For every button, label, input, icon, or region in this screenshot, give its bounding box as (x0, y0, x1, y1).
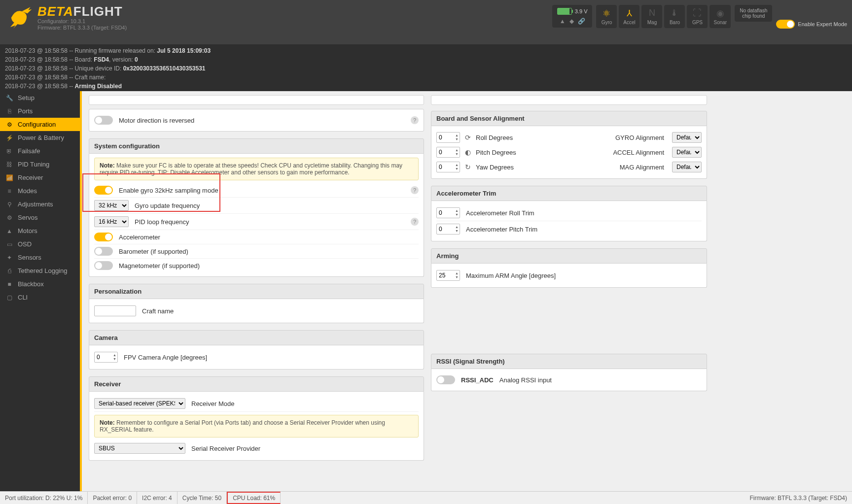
receiver-mode-select[interactable]: Serial-based receiver (SPEKSAT, SBUS, SU… (94, 398, 185, 409)
nav-power-battery[interactable]: ⚡Power & Battery (0, 131, 80, 144)
expert-mode-label: Enable Expert Mode (798, 21, 847, 27)
help-icon[interactable]: ? (411, 218, 419, 226)
nav-cli[interactable]: ▢CLI (0, 291, 80, 304)
nav-icon: ▢ (6, 294, 13, 301)
rssi-adc-name: RSSI_ADC (461, 376, 494, 384)
receiver-note: Note: Remember to configure a Serial Por… (94, 415, 419, 437)
nav-icon: ⚲ (6, 201, 13, 208)
yaw-icon: ↻ (464, 163, 472, 171)
nav-ports[interactable]: ⎘Ports (0, 104, 80, 118)
craft-name-label: Craft name (142, 307, 174, 315)
sensor-gyro: ⚛Gyro (596, 5, 617, 28)
arming-header: Arming (431, 248, 707, 264)
magnetometer-toggle[interactable] (94, 261, 113, 270)
sidebar-nav: 🔧Setup⎘Ports⚙Configuration⚡Power & Batte… (0, 91, 82, 491)
rssi-adc-label: Analog RSSI input (499, 376, 552, 384)
pid-freq-label: PID loop frequency (135, 218, 189, 226)
nav-tethered-logging[interactable]: ⎙Tethered Logging (0, 264, 80, 277)
nav-configuration[interactable]: ⚙Configuration (0, 118, 80, 131)
mag-align-label: MAG Alignment (620, 164, 664, 171)
sensor-gps: ⛶GPS (687, 5, 708, 28)
nav-icon: ⎘ (6, 108, 13, 115)
nav-modes[interactable]: ≡Modes (0, 184, 80, 198)
nav-sensors[interactable]: ✦Sensors (0, 251, 80, 264)
nav-icon: ⎙ (6, 268, 13, 274)
barometer-toggle[interactable] (94, 247, 113, 256)
nav-motors[interactable]: ▲Motors (0, 224, 80, 237)
personalization-header: Personalization (89, 284, 424, 299)
gyro-32khz-label: Enable gyro 32kHz sampling mode (119, 187, 218, 194)
rssi-adc-toggle[interactable] (436, 375, 455, 384)
trim-pitch-input[interactable]: ▲▼ (436, 224, 460, 235)
link-icon: 🔗 (578, 18, 585, 25)
craft-name-input[interactable] (94, 305, 136, 316)
nav-icon: 🔧 (6, 95, 13, 101)
system-config-note: Note: Make sure your FC is able to opera… (94, 158, 419, 180)
yaw-deg-label: Yaw Degrees (476, 164, 574, 171)
motor-reversed-label: Motor direction is reversed (119, 117, 194, 124)
pid-freq-select[interactable]: 16 kHz (94, 216, 129, 227)
nav-icon: ⚙ (6, 121, 13, 128)
sensor-accel: ⅄Accel (619, 5, 639, 28)
expert-mode-toggle[interactable] (776, 20, 795, 29)
mag-align-select[interactable]: Default (672, 162, 702, 172)
roll-deg-input[interactable]: ▲▼ (436, 132, 460, 143)
accel-align-select[interactable]: Default (672, 147, 702, 158)
nav-blackbox[interactable]: ■Blackbox (0, 277, 80, 291)
accel-trim-header: Accelerometer Trim (431, 186, 707, 201)
status-bar: Port utilization: D: 22% U: 1% Packet er… (0, 491, 852, 504)
pitch-deg-label: Pitch Degrees (476, 149, 574, 156)
gyro-freq-select[interactable]: 32 kHz (94, 200, 129, 211)
gyro-32khz-toggle[interactable] (94, 186, 113, 195)
help-icon[interactable]: ? (411, 186, 419, 194)
trim-roll-label: Accelerometer Roll Trim (466, 209, 534, 217)
status-cycle-time: Cycle Time: 50 (178, 492, 227, 504)
accelerometer-toggle[interactable] (94, 233, 113, 241)
magnetometer-label: Magnetometer (if supported) (119, 262, 200, 269)
gyro-align-select[interactable]: Default (672, 132, 702, 143)
nav-servos[interactable]: ⚙Servos (0, 211, 80, 224)
barometer-label: Barometer (if supported) (119, 248, 188, 255)
log-panel: 2018-07-23 @ 18:58:58 -- Running firmwar… (0, 44, 852, 91)
trim-pitch-label: Accelerometer Pitch Trim (466, 226, 537, 233)
help-icon[interactable]: ? (411, 116, 419, 124)
yaw-deg-input[interactable]: ▲▼ (436, 162, 460, 172)
arm-angle-input[interactable]: ▲▼ (436, 270, 460, 281)
gps-icon: ⛶ (691, 8, 704, 19)
nav-pid-tuning[interactable]: ⛓PID Tuning (0, 158, 80, 171)
nav-icon: ✦ (6, 254, 13, 261)
warning-icon: ▲ (560, 18, 566, 25)
dataflash-status: No dataflash chip found (735, 5, 772, 22)
roll-icon: ⟳ (464, 134, 472, 141)
trim-roll-input[interactable]: ▲▼ (436, 207, 460, 218)
status-i2c-err: I2C error: 4 (137, 492, 178, 504)
gyro-freq-label: Gyro update frequency (135, 202, 200, 209)
configurator-version: Configurator: 10.3.1 (37, 19, 127, 24)
pitch-deg-input[interactable]: ▲▼ (436, 147, 460, 158)
nav-setup[interactable]: 🔧Setup (0, 91, 80, 104)
fpv-angle-label: FPV Camera Angle [degrees] (124, 354, 207, 361)
brand-beta: BETA (37, 4, 73, 19)
nav-adjustments[interactable]: ⚲Adjustments (0, 198, 80, 211)
pitch-icon: ◐ (464, 148, 472, 156)
sonar-icon: ◉ (713, 8, 727, 19)
receiver-header: Receiver (89, 376, 424, 392)
battery-status: 3.9 V ▲ ◆ 🔗 (552, 5, 593, 28)
status-port-util: Port utilization: D: 22% U: 1% (0, 492, 88, 504)
arm-angle-label: Maximum ARM Angle [degrees] (466, 272, 556, 279)
fpv-angle-input[interactable]: ▲▼ (94, 352, 118, 363)
nav-icon: 📶 (6, 174, 13, 181)
nav-icon: ▭ (6, 241, 13, 248)
mag-icon: N (645, 8, 658, 19)
motor-reversed-toggle[interactable] (94, 116, 113, 125)
panel-placeholder (89, 95, 424, 105)
nav-icon: ⛨ (6, 148, 13, 155)
nav-failsafe[interactable]: ⛨Failsafe (0, 144, 80, 158)
sensor-baro: 🌡Baro (664, 5, 685, 28)
nav-osd[interactable]: ▭OSD (0, 237, 80, 251)
betaflight-logo-icon (7, 5, 33, 31)
serial-provider-select[interactable]: SBUS (94, 443, 185, 454)
nav-receiver[interactable]: 📶Receiver (0, 171, 80, 184)
accel-align-label: ACCEL Alignment (613, 149, 664, 156)
serial-provider-label: Serial Receiver Provider (191, 445, 260, 452)
